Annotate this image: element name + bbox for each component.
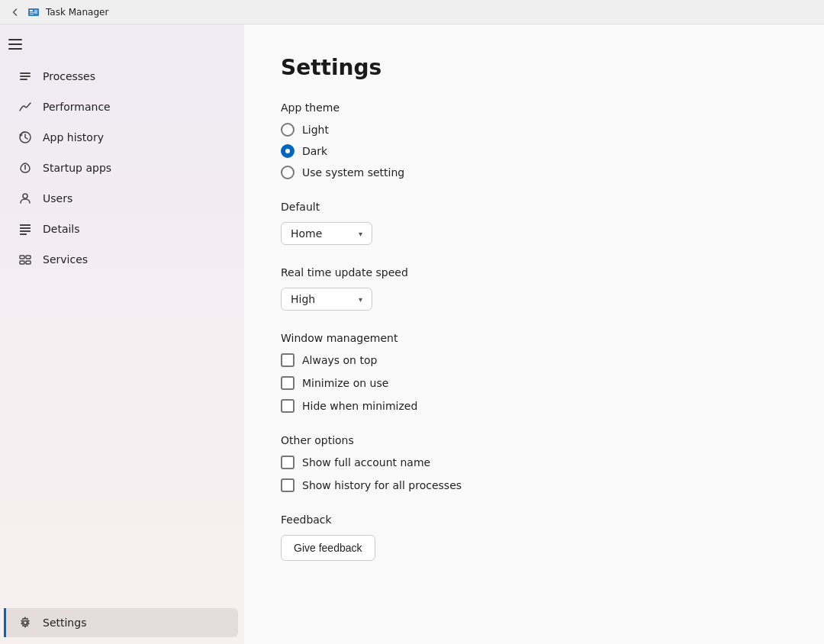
other-options-checkboxes: Show full account name Show history for … bbox=[281, 456, 787, 492]
details-icon bbox=[18, 222, 32, 236]
app-history-icon bbox=[18, 130, 32, 144]
other-options-section: Other options Show full account name Sho… bbox=[281, 434, 787, 492]
feedback-section-label: Feedback bbox=[281, 514, 787, 526]
radio-light[interactable]: Light bbox=[281, 123, 787, 137]
checkbox-show-full-account-input[interactable] bbox=[281, 456, 295, 469]
svg-rect-12 bbox=[20, 227, 31, 229]
sidebar-item-performance[interactable]: Performance bbox=[6, 92, 238, 121]
processes-icon bbox=[18, 69, 32, 83]
sidebar-item-startup-apps[interactable]: Startup apps bbox=[6, 153, 238, 182]
svg-rect-17 bbox=[20, 261, 24, 264]
app-body: Processes Performance App history bbox=[0, 24, 824, 644]
svg-point-9 bbox=[24, 165, 26, 166]
sidebar-label-users: Users bbox=[43, 192, 72, 204]
window-management-checkboxes: Always on top Minimize on use Hide when … bbox=[281, 353, 787, 413]
sidebar-item-details[interactable]: Details bbox=[6, 214, 238, 243]
sidebar-label-performance: Performance bbox=[43, 101, 111, 113]
svg-rect-14 bbox=[20, 233, 27, 235]
checkbox-always-on-top[interactable]: Always on top bbox=[281, 353, 787, 367]
checkbox-minimize-on-use[interactable]: Minimize on use bbox=[281, 376, 787, 390]
checkbox-show-history-all-input[interactable] bbox=[281, 478, 295, 492]
svg-point-10 bbox=[23, 194, 27, 198]
default-section-label: Default bbox=[281, 201, 787, 213]
svg-rect-6 bbox=[20, 76, 31, 77]
radio-dark-label: Dark bbox=[302, 145, 327, 157]
feedback-section: Feedback Give feedback bbox=[281, 514, 787, 561]
services-icon bbox=[18, 253, 32, 266]
radio-system-input[interactable] bbox=[281, 166, 295, 179]
sidebar-label-details: Details bbox=[43, 223, 80, 235]
checkbox-always-on-top-label: Always on top bbox=[302, 354, 377, 366]
svg-rect-2 bbox=[30, 12, 34, 13]
svg-rect-15 bbox=[20, 256, 24, 259]
checkbox-show-history-all[interactable]: Show history for all processes bbox=[281, 478, 787, 492]
default-section: Default Home ▾ bbox=[281, 201, 787, 245]
hamburger-button[interactable] bbox=[0, 31, 31, 58]
checkbox-hide-when-minimized[interactable]: Hide when minimized bbox=[281, 399, 787, 413]
svg-rect-13 bbox=[20, 230, 31, 232]
hamburger-icon bbox=[8, 39, 22, 50]
radio-system-label: Use system setting bbox=[302, 166, 404, 179]
titlebar: Task Manager bbox=[0, 0, 824, 24]
radio-dark[interactable]: Dark bbox=[281, 144, 787, 158]
radio-dark-input[interactable] bbox=[281, 144, 295, 158]
sidebar-bottom: Settings bbox=[0, 607, 244, 638]
svg-rect-3 bbox=[30, 14, 34, 14]
window-management-label: Window management bbox=[281, 332, 787, 344]
radio-light-input[interactable] bbox=[281, 123, 295, 137]
svg-rect-1 bbox=[30, 10, 33, 11]
page-title: Settings bbox=[281, 55, 787, 80]
sidebar-label-processes: Processes bbox=[43, 70, 95, 82]
app-theme-label: App theme bbox=[281, 101, 787, 114]
checkbox-always-on-top-input[interactable] bbox=[281, 353, 295, 367]
sidebar: Processes Performance App history bbox=[0, 24, 244, 644]
checkbox-minimize-on-use-input[interactable] bbox=[281, 376, 295, 390]
sidebar-label-startup-apps: Startup apps bbox=[43, 162, 111, 174]
chevron-down-icon-2: ▾ bbox=[359, 295, 362, 304]
settings-icon bbox=[18, 616, 32, 630]
checkbox-hide-when-minimized-input[interactable] bbox=[281, 399, 295, 413]
window-management-section: Window management Always on top Minimize… bbox=[281, 332, 787, 413]
sidebar-item-settings[interactable]: Settings bbox=[4, 608, 238, 637]
svg-rect-7 bbox=[20, 79, 27, 80]
users-icon bbox=[18, 192, 32, 205]
checkbox-minimize-on-use-label: Minimize on use bbox=[302, 377, 388, 389]
app-theme-radio-group: Light Dark Use system setting bbox=[281, 123, 787, 179]
performance-icon bbox=[18, 100, 32, 114]
realtime-dropdown[interactable]: High ▾ bbox=[281, 288, 372, 311]
main-content: Settings App theme Light Dark Use system… bbox=[244, 24, 824, 644]
default-dropdown-value: Home bbox=[291, 227, 322, 240]
checkbox-hide-when-minimized-label: Hide when minimized bbox=[302, 400, 417, 412]
sidebar-label-settings: Settings bbox=[43, 617, 86, 629]
other-options-label: Other options bbox=[281, 434, 787, 446]
realtime-section-label: Real time update speed bbox=[281, 266, 787, 279]
app-icon bbox=[27, 6, 40, 18]
checkbox-show-full-account[interactable]: Show full account name bbox=[281, 456, 787, 469]
default-dropdown[interactable]: Home ▾ bbox=[281, 222, 372, 245]
app-theme-section: App theme Light Dark Use system setting bbox=[281, 101, 787, 179]
svg-rect-5 bbox=[20, 72, 31, 74]
sidebar-label-services: Services bbox=[43, 253, 88, 266]
svg-point-19 bbox=[24, 621, 27, 625]
sidebar-label-app-history: App history bbox=[43, 131, 104, 143]
realtime-section: Real time update speed High ▾ bbox=[281, 266, 787, 311]
radio-light-label: Light bbox=[302, 124, 329, 136]
checkbox-show-history-all-label: Show history for all processes bbox=[302, 479, 462, 491]
svg-rect-18 bbox=[26, 261, 31, 264]
give-feedback-button[interactable]: Give feedback bbox=[281, 535, 375, 561]
svg-rect-4 bbox=[34, 10, 37, 14]
sidebar-item-processes[interactable]: Processes bbox=[6, 62, 238, 91]
svg-rect-16 bbox=[26, 256, 31, 259]
titlebar-title: Task Manager bbox=[46, 7, 108, 18]
sidebar-item-users[interactable]: Users bbox=[6, 184, 238, 213]
sidebar-item-services[interactable]: Services bbox=[6, 245, 238, 274]
checkbox-show-full-account-label: Show full account name bbox=[302, 456, 430, 469]
chevron-down-icon: ▾ bbox=[359, 230, 362, 238]
startup-icon bbox=[18, 161, 32, 175]
back-button[interactable] bbox=[9, 6, 21, 18]
sidebar-item-app-history[interactable]: App history bbox=[6, 123, 238, 152]
svg-rect-11 bbox=[20, 224, 31, 226]
realtime-dropdown-value: High bbox=[291, 293, 315, 305]
radio-system[interactable]: Use system setting bbox=[281, 166, 787, 179]
